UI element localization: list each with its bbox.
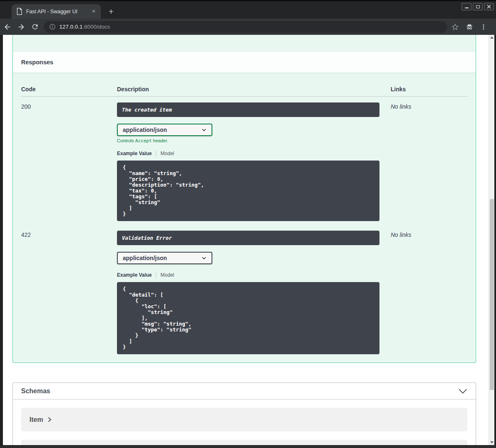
response-code: 422 <box>21 231 117 354</box>
schemas-collapse-chevron-icon[interactable] <box>458 388 467 394</box>
chevron-right-icon <box>47 417 52 422</box>
media-type-select[interactable]: application/json <box>117 124 212 136</box>
response-description-box: Validation Error <box>117 231 379 245</box>
column-header-description: Description <box>117 86 391 93</box>
controls-accept-note: Controls Accept header. <box>117 138 391 144</box>
response-description-cell: The created item application/json Contro… <box>117 102 391 221</box>
browser-window: Fast API - Swagger UI × + 127.0.0.1:8000… <box>0 0 496 448</box>
column-header-code: Code <box>21 86 117 93</box>
response-description-cell: Validation Error application/json Exampl… <box>117 231 391 354</box>
minimize-button[interactable] <box>462 3 472 10</box>
chevron-down-icon <box>201 127 207 133</box>
tab-title: Fast API - Swagger UI <box>26 9 90 15</box>
model-item[interactable]: Item <box>21 408 467 431</box>
close-button[interactable] <box>484 3 494 10</box>
response-code: 200 <box>21 102 117 221</box>
window-right-edge <box>494 35 496 448</box>
tab-close-icon[interactable]: × <box>90 8 97 15</box>
window-left-edge <box>0 35 3 448</box>
column-header-links: Links <box>391 86 467 93</box>
response-row-200: 200 The created item application/json <box>21 97 467 225</box>
schemas-body: Item ValidationError <box>13 399 476 445</box>
new-tab-button[interactable]: + <box>106 7 116 17</box>
menu-dots-icon[interactable] <box>480 23 487 31</box>
incognito-icon[interactable] <box>465 23 474 31</box>
model-validationerror[interactable]: ValidationError <box>21 440 467 445</box>
toolbar-right-icons <box>451 23 487 31</box>
tab-model[interactable]: Model <box>160 272 174 278</box>
url-bar[interactable]: 127.0.0.1:8000/docs <box>44 21 447 33</box>
url-text: 127.0.0.1:8000/docs <box>59 24 110 30</box>
tab-example-value[interactable]: Example Value <box>117 151 152 156</box>
swagger-page: Responses Code Description Links 200 The… <box>3 35 489 445</box>
post-opblock: Responses Code Description Links 200 The… <box>12 35 476 363</box>
example-model-tabs: Example Value Model <box>117 150 391 156</box>
example-model-tabs: Example Value Model <box>117 272 391 278</box>
media-type-select[interactable]: application/json <box>117 252 212 264</box>
example-json-block: { "detail": [ { "loc": [ "string" ], "ms… <box>117 282 379 354</box>
responses-table: Code Description Links 200 The created i… <box>13 73 476 363</box>
responses-title: Responses <box>21 59 53 66</box>
responses-table-header: Code Description Links <box>21 86 467 97</box>
opblock-spacer <box>13 35 476 52</box>
favicon-document-icon <box>16 8 22 15</box>
forward-button[interactable] <box>15 21 27 33</box>
schemas-section: Schemas Item ValidationError <box>12 382 476 445</box>
tab-example-value[interactable]: Example Value <box>117 272 152 278</box>
media-type-value: application/json <box>123 255 167 261</box>
url-host: 127.0.0.1 <box>59 24 83 30</box>
browser-toolbar: 127.0.0.1:8000/docs <box>0 19 496 35</box>
schemas-title: Schemas <box>21 387 50 395</box>
browser-tab[interactable]: Fast API - Swagger UI × <box>12 4 101 19</box>
response-links: No links <box>391 102 467 221</box>
url-path: :8000/docs <box>83 24 110 30</box>
window-controls <box>462 3 494 10</box>
reload-button[interactable] <box>29 21 41 33</box>
scrollbar-up-arrow-icon[interactable] <box>490 37 494 39</box>
tab-separator <box>156 151 156 156</box>
schemas-header[interactable]: Schemas <box>13 383 476 399</box>
response-row-422: 422 Validation Error application/json <box>21 225 467 354</box>
response-description-box: The created item <box>117 102 379 117</box>
responses-section-header: Responses <box>13 52 476 73</box>
vertical-scrollbar[interactable] <box>489 35 494 445</box>
media-type-value: application/json <box>123 127 167 133</box>
site-info-icon[interactable] <box>49 23 56 30</box>
tab-separator <box>156 272 156 278</box>
scrollbar-down-arrow-icon[interactable] <box>490 441 494 443</box>
tab-bar: Fast API - Swagger UI × + <box>0 1 496 19</box>
window-bottom-edge <box>0 445 496 448</box>
maximize-button[interactable] <box>473 3 483 10</box>
model-name: Item <box>29 416 43 424</box>
page-viewport: Responses Code Description Links 200 The… <box>3 35 494 445</box>
response-description-text: Validation Error <box>122 235 172 241</box>
example-json-block: { "name": "string", "price": 0, "descrip… <box>117 161 379 221</box>
back-button[interactable] <box>1 21 14 33</box>
scrollbar-thumb[interactable] <box>490 199 494 390</box>
chevron-down-icon <box>201 255 207 261</box>
response-links: No links <box>391 231 467 354</box>
tab-model[interactable]: Model <box>160 151 174 156</box>
response-description-text: The created item <box>122 107 172 113</box>
bookmark-star-icon[interactable] <box>451 23 459 31</box>
